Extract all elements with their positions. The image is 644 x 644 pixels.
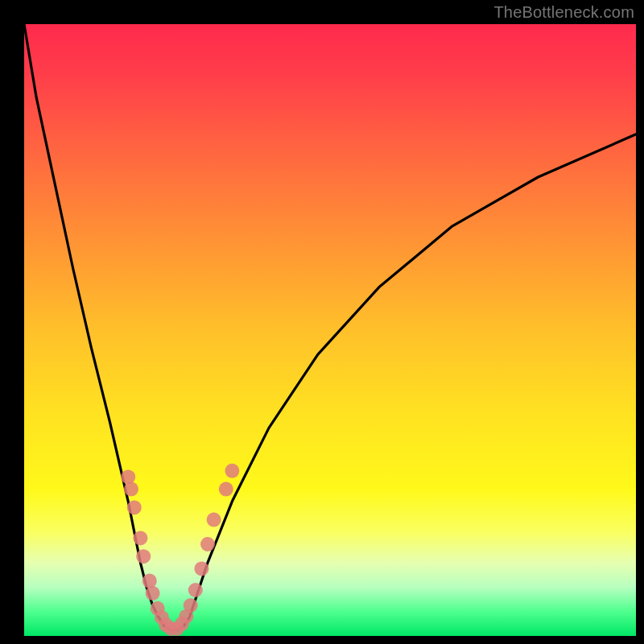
marker-dot (200, 537, 215, 551)
marker-dot (127, 500, 142, 514)
curve-svg (24, 24, 636, 636)
marker-dot (188, 583, 203, 597)
marker-dot (225, 464, 239, 478)
marker-dot (136, 549, 151, 564)
chart-frame: TheBottleneck.com (0, 0, 644, 644)
marker-dot (207, 513, 221, 527)
plot-area (24, 24, 636, 636)
marker-dot (142, 574, 157, 588)
bottleneck-curve (24, 24, 636, 630)
watermark-text: TheBottleneck.com (493, 3, 634, 22)
marker-dot (219, 482, 233, 497)
marker-dot (194, 561, 208, 576)
marker-dot (146, 586, 160, 601)
marker-dot (124, 482, 138, 497)
marker-dot (121, 469, 135, 484)
marker-dot (133, 530, 147, 545)
marker-dot (184, 598, 198, 613)
